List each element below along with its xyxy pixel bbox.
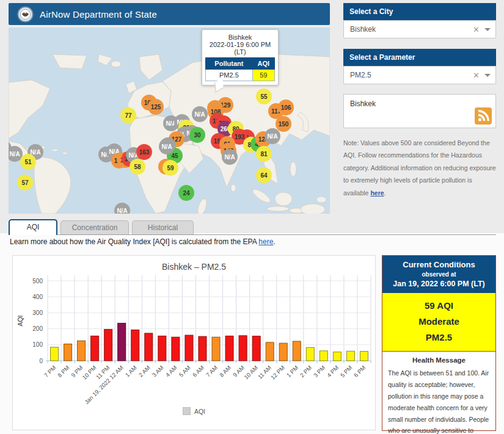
parameter-select[interactable]: PM2.5 ✕ bbox=[343, 66, 496, 84]
x-tick-label: 7 PM bbox=[43, 364, 57, 379]
tooltip-table: Pollutant AQI PM2.5 59 bbox=[205, 57, 275, 81]
parameter-clear-icon[interactable]: ✕ bbox=[468, 71, 484, 80]
y-tick-label: 100 bbox=[32, 341, 43, 348]
x-tick-label: 6 PM bbox=[352, 364, 367, 379]
current-conditions-header: Current Conditions observed at Jan 19, 2… bbox=[382, 256, 495, 293]
aqi-bar[interactable] bbox=[118, 323, 126, 361]
y-tick-label: 300 bbox=[32, 309, 43, 316]
feed-city-label: Bishkek bbox=[350, 99, 376, 108]
x-tick-label: 2 AM bbox=[137, 364, 152, 378]
aqi-summary-box: 59 AQI Moderate PM2.5 bbox=[382, 293, 495, 352]
map-marker[interactable]: 150 bbox=[276, 116, 291, 132]
city-chevron-down-icon[interactable] bbox=[484, 28, 491, 31]
map-marker[interactable]: 106 bbox=[278, 99, 294, 115]
learn-more-text: Learn more about how the Air Quality Ind… bbox=[10, 237, 276, 246]
parameter-chevron-down-icon[interactable] bbox=[484, 74, 491, 77]
y-tick-label: 0 bbox=[39, 358, 43, 364]
map-marker[interactable]: 163 bbox=[136, 144, 152, 160]
parameter-select-value: PM2.5 bbox=[350, 71, 468, 79]
aqi-bar[interactable] bbox=[64, 344, 72, 361]
map-marker[interactable]: 55 bbox=[256, 89, 272, 104]
aqi-bar[interactable] bbox=[239, 336, 247, 361]
x-tick-label: 4 PM bbox=[326, 364, 340, 379]
map-marker[interactable]: 64 bbox=[256, 167, 272, 183]
chart-legend: AQI bbox=[13, 407, 375, 415]
x-tick-label: 1 AM bbox=[124, 364, 138, 378]
aqi-bar[interactable] bbox=[172, 337, 180, 361]
map-marker[interactable]: 59 bbox=[163, 160, 178, 176]
page-title: AirNow Department of State bbox=[40, 9, 157, 20]
aqi-bar[interactable] bbox=[333, 352, 341, 361]
aqi-bar[interactable] bbox=[279, 343, 287, 361]
learn-more-suffix: . bbox=[273, 237, 275, 246]
aqi-bar[interactable] bbox=[293, 341, 301, 361]
tab-aqi[interactable]: AQI bbox=[9, 219, 57, 235]
tooltip-timezone: (LT) bbox=[205, 48, 275, 56]
world-aqi-map[interactable]: N/AN/AN/A5157N/A77107125N/AN/A99N/AN/A30… bbox=[9, 27, 330, 214]
tooltip-pollutant-value: PM2.5 bbox=[206, 70, 253, 81]
learn-more-here-link[interactable]: here bbox=[258, 237, 273, 246]
map-marker[interactable]: 81 bbox=[256, 146, 272, 162]
rss-icon[interactable] bbox=[475, 107, 492, 125]
note-prefix: Note: Values above 500 are considered Be… bbox=[343, 139, 496, 197]
aqi-bar[interactable] bbox=[199, 336, 206, 361]
map-marker[interactable]: 58 bbox=[130, 159, 145, 175]
map-marker[interactable]: 125 bbox=[148, 99, 164, 115]
aqi-bar[interactable] bbox=[306, 347, 314, 361]
x-tick-label: 1 PM bbox=[285, 364, 300, 379]
aqi-bar[interactable] bbox=[51, 347, 59, 361]
chart-title: Bishkek – PM2.5 bbox=[13, 262, 375, 272]
aqi-category: Moderate bbox=[382, 316, 495, 327]
x-tick-label: 8 AM bbox=[218, 364, 232, 378]
map-marker[interactable]: 30 bbox=[189, 127, 205, 143]
aqi-bar[interactable] bbox=[104, 330, 112, 361]
aqi-bar[interactable] bbox=[225, 336, 233, 361]
x-tick-label: 8 PM bbox=[56, 364, 71, 379]
tab-bar: AQI Concentration Historical bbox=[9, 219, 496, 235]
x-tick-label: 5 PM bbox=[339, 364, 354, 379]
map-marker[interactable]: 24 bbox=[178, 185, 194, 201]
aqi-bar[interactable] bbox=[185, 335, 193, 361]
aqi-bar[interactable] bbox=[78, 341, 86, 361]
tooltip-col-pollutant: Pollutant bbox=[206, 58, 253, 70]
map-marker[interactable]: N/A bbox=[222, 149, 238, 165]
y-tick-label: 400 bbox=[32, 294, 43, 300]
tab-historical[interactable]: Historical bbox=[132, 220, 194, 234]
x-tick-label: 12 PM bbox=[269, 364, 286, 381]
current-conditions-panel: Current Conditions observed at Jan 19, 2… bbox=[382, 255, 496, 431]
y-tick-label: 500 bbox=[32, 278, 43, 284]
aqi-chart-card: Bishkek – PM2.5 0100200300400500AQI7 PM8… bbox=[12, 255, 376, 430]
aqi-bar[interactable] bbox=[360, 352, 368, 361]
map-marker[interactable]: N/A bbox=[159, 139, 175, 154]
aqi-bar[interactable] bbox=[131, 330, 139, 361]
note-suffix: . bbox=[384, 189, 386, 197]
map-marker[interactable]: 51 bbox=[20, 154, 36, 170]
aqi-bar[interactable] bbox=[145, 333, 153, 361]
aqi-bar[interactable] bbox=[212, 337, 220, 361]
map-marker[interactable]: 77 bbox=[120, 107, 136, 123]
map-marker[interactable]: N/A bbox=[192, 106, 208, 122]
health-message-text: The AQI is between 51 and 100. Air quali… bbox=[388, 367, 490, 434]
aqi-bar[interactable] bbox=[252, 336, 260, 361]
note-here-link[interactable]: here bbox=[370, 189, 384, 197]
city-select[interactable]: Bishkek ✕ bbox=[343, 20, 496, 38]
aqi-bar[interactable] bbox=[91, 336, 99, 361]
x-tick-label: 4 AM bbox=[164, 364, 178, 378]
aqi-bar[interactable] bbox=[346, 351, 354, 361]
sidebar: Select a City Bishkek ✕ Select a Paramet… bbox=[343, 3, 496, 199]
aqi-bar[interactable] bbox=[158, 336, 166, 361]
legend-swatch bbox=[183, 407, 191, 415]
legend-label: AQI bbox=[194, 408, 205, 415]
city-clear-icon[interactable]: ✕ bbox=[468, 25, 484, 34]
aqi-bar[interactable] bbox=[266, 342, 274, 361]
map-marker[interactable]: N/A bbox=[265, 128, 280, 144]
department-of-state-seal-icon bbox=[17, 6, 34, 23]
tab-concentration[interactable]: Concentration bbox=[60, 220, 129, 234]
aqi-bar[interactable] bbox=[320, 351, 327, 361]
observed-at-label: observed at bbox=[385, 271, 493, 278]
tooltip-col-aqi: AQI bbox=[252, 58, 274, 70]
app-header: AirNow Department of State bbox=[9, 3, 330, 25]
x-tick-label: 5 AM bbox=[178, 364, 192, 378]
map-marker[interactable]: 57 bbox=[17, 175, 33, 190]
x-tick-label: 7 AM bbox=[205, 364, 219, 378]
